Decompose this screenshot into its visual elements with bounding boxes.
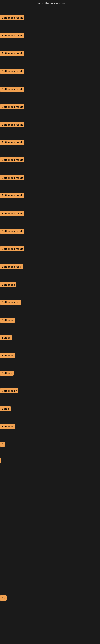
bottleneck-item: Bottleneck result: [0, 156, 24, 164]
bottleneck-badge[interactable]: Bottleneck result: [0, 193, 24, 198]
bottleneck-item: Bottlenec: [0, 316, 15, 324]
bottleneck-badge[interactable]: Bottleneck r: [0, 388, 18, 394]
bottleneck-item: Bottle: [0, 405, 11, 413]
bottleneck-badge[interactable]: B: [0, 442, 5, 446]
bottleneck-item: Bottleneck result: [0, 228, 24, 236]
bottleneck-badge[interactable]: Bottleneck result: [0, 228, 24, 234]
bottleneck-badge[interactable]: Bottler: [0, 335, 12, 340]
bottleneck-item-minimal: [0, 458, 0, 463]
bottleneck-item: Bottleneck r: [0, 388, 18, 395]
bottleneck-item: Bottleneck result: [0, 50, 24, 58]
bottleneck-badge[interactable]: Bottlene: [0, 370, 14, 376]
bottleneck-badge[interactable]: Bottlenec: [0, 318, 15, 322]
bottleneck-item: Bottleneck result: [0, 104, 24, 111]
page-wrapper: TheBottlenecker.com Bottleneck resultBot…: [0, 0, 100, 644]
bottleneck-item: Bottleneck result: [0, 245, 24, 253]
bottleneck-badge[interactable]: Bottleneck: [0, 282, 16, 287]
bottleneck-badge[interactable]: Bo: [0, 596, 7, 600]
bottleneck-badge[interactable]: Bottleneck result: [0, 140, 24, 145]
bottleneck-item: Bottleneck: [0, 281, 16, 289]
bottleneck-badge[interactable]: Bottleneck result: [0, 51, 24, 56]
bottleneck-item: Bottlenec: [0, 423, 15, 431]
bottleneck-item: Bottleneck result: [0, 121, 24, 129]
bottleneck-item: Bottleneck result: [0, 192, 24, 200]
bottleneck-item: Bottler: [0, 334, 12, 342]
bottleneck-badge[interactable]: Bottleneck result: [0, 69, 24, 74]
bottleneck-item: Bottleneck res: [0, 299, 21, 306]
bottleneck-badge[interactable]: Bottleneck result: [0, 246, 24, 251]
bottleneck-item: Bottleneck result: [0, 86, 24, 94]
bottleneck-badge[interactable]: Bottlenec: [0, 424, 15, 429]
bottleneck-item: Bottlene: [0, 370, 14, 377]
bottleneck-badge[interactable]: Bottleneck result: [0, 104, 24, 110]
bottleneck-badge[interactable]: Bottleneck result: [0, 33, 24, 38]
bottleneck-badge[interactable]: Bottleneck result: [0, 158, 24, 162]
bottleneck-badge[interactable]: Bottle: [0, 406, 11, 411]
bottleneck-item: Bo: [0, 594, 7, 602]
bottleneck-badge[interactable]: Bottleneck res: [0, 300, 21, 305]
bottleneck-badge[interactable]: Bottleneck result: [0, 175, 24, 180]
bottleneck-item: Bottleneck result: [0, 68, 24, 76]
items-container: Bottleneck resultBottleneck resultBottle…: [0, 7, 100, 644]
bottleneck-item: B: [0, 440, 5, 448]
site-title: TheBottlenecker.com: [0, 0, 100, 7]
bottleneck-item: Bottleneck result: [0, 139, 24, 147]
bottleneck-item: Bottleneck resu: [0, 263, 23, 271]
bottleneck-badge[interactable]: Bottleneck resu: [0, 264, 23, 269]
bottleneck-item: Bottlenec: [0, 352, 15, 360]
bottleneck-item: Bottleneck result: [0, 174, 24, 182]
bottleneck-badge[interactable]: Bottleneck result: [0, 122, 24, 127]
bottleneck-item: Bottleneck result: [0, 210, 24, 218]
bottleneck-badge[interactable]: Bottleneck result: [0, 211, 24, 216]
bottleneck-item: Bottleneck result: [0, 32, 24, 40]
bottleneck-item: Bottleneck result: [0, 14, 24, 22]
bottleneck-badge[interactable]: Bottlenec: [0, 353, 15, 358]
bottleneck-badge[interactable]: Bottleneck result: [0, 86, 24, 92]
bottleneck-badge[interactable]: Bottleneck result: [0, 15, 24, 20]
